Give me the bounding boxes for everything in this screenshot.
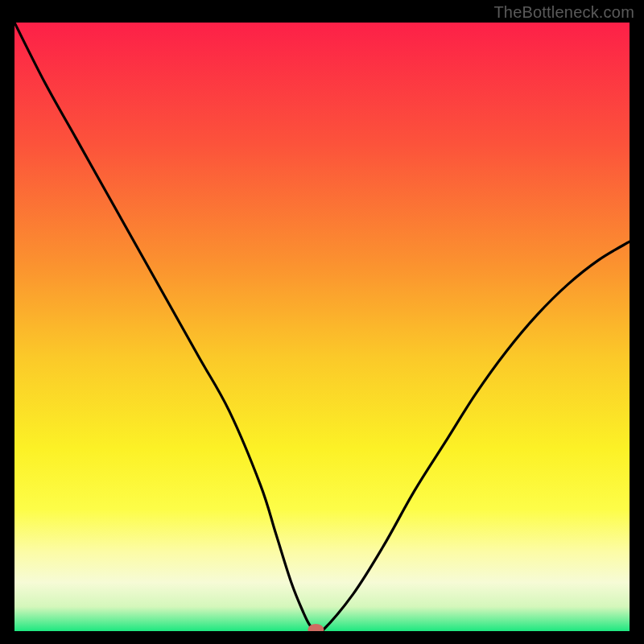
heatmap-gradient-bg [14, 23, 630, 631]
bottleneck-curve-chart [14, 23, 630, 631]
watermark-text: TheBottleneck.com [493, 3, 634, 22]
